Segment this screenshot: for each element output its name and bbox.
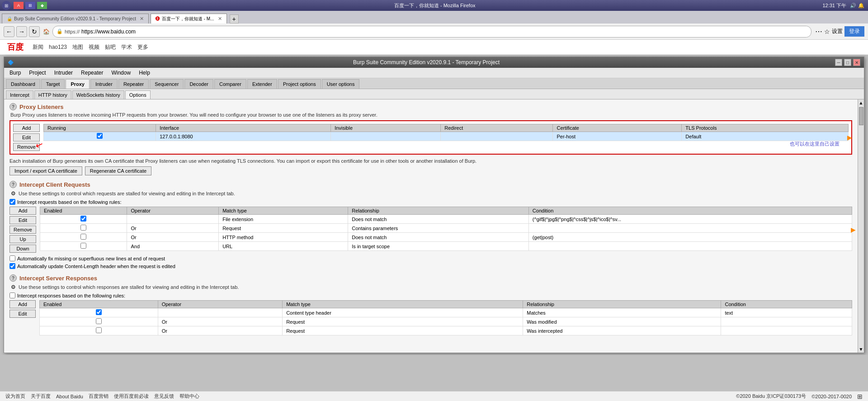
tab-dashboard[interactable]: Dashboard — [6, 79, 40, 89]
main-content: ? Proxy Listeners Burp Proxy uses listen… — [4, 99, 858, 353]
tab-sequencer[interactable]: Sequencer — [150, 79, 184, 89]
server-add-button[interactable]: Add — [9, 300, 36, 308]
scrollbar[interactable]: ▲ ▼ — [858, 99, 864, 353]
server-edit-button[interactable]: Edit — [9, 310, 36, 318]
help-icon-intercept[interactable]: ? — [9, 181, 17, 188]
rule1-checkbox[interactable] — [80, 216, 86, 222]
table-row[interactable]: Content type header Matches text — [40, 308, 852, 317]
srv-rule3-checkbox[interactable] — [96, 327, 102, 333]
tab-decoder[interactable]: Decoder — [184, 79, 213, 89]
home-button[interactable]: 🏠 — [42, 27, 51, 36]
baidu-login-btn[interactable]: 登录 — [844, 26, 864, 37]
tab-user-options[interactable]: User options — [322, 79, 360, 89]
table-row[interactable]: And URL Is in target scope — [40, 242, 852, 251]
taskbar-icon2[interactable]: ⊞ — [25, 2, 35, 9]
reload-button[interactable]: ↻ — [29, 26, 40, 37]
cell-relationship: Does not match — [348, 233, 529, 242]
subtab-websockets[interactable]: WebSockets history — [72, 90, 124, 99]
taskbar-icon1[interactable]: A — [14, 2, 24, 9]
import-export-ca-button[interactable]: Import / export CA certificate — [9, 166, 82, 175]
srv-rule2-checkbox[interactable] — [96, 318, 102, 324]
close-button[interactable]: ✕ — [853, 59, 860, 66]
running-checkbox[interactable] — [97, 133, 103, 139]
table-row[interactable]: File extension Does not match (^gif$|^jp… — [40, 215, 852, 224]
taskbar-icon3[interactable]: ◆ — [37, 2, 47, 9]
nav-academic[interactable]: 学术 — [121, 43, 132, 51]
nav-map[interactable]: 地图 — [72, 43, 83, 51]
srv-rule1-checkbox[interactable] — [96, 309, 102, 315]
maximize-button[interactable]: □ — [844, 59, 851, 66]
subtab-intercept[interactable]: Intercept — [6, 90, 33, 99]
menu-project[interactable]: Project — [25, 69, 49, 77]
gear-icon-server[interactable]: ⚙ — [9, 283, 17, 291]
help-icon-proxy[interactable]: ? — [9, 103, 17, 110]
url-input[interactable] — [81, 26, 807, 37]
auto-fix-row: Automatically fix missing or superfluous… — [9, 255, 852, 261]
settings-label[interactable]: 设置 — [832, 28, 843, 35]
tab-repeater[interactable]: Repeater — [118, 79, 149, 89]
browser-tab-baidu[interactable]: 🅑 百度一下，你就知道 - M... ✕ — [151, 14, 227, 24]
menu-repeater[interactable]: Repeater — [77, 69, 107, 77]
cell-op: Or — [158, 317, 283, 326]
menu-intruder[interactable]: Intruder — [51, 69, 76, 77]
intercept-remove-button[interactable]: Remove — [9, 226, 36, 234]
login-button[interactable]: 登录 — [844, 26, 864, 37]
intercept-up-button[interactable]: Up — [9, 235, 36, 243]
table-row[interactable]: Or HTTP method Does not match (get|post) — [40, 233, 852, 242]
intercept-add-button[interactable]: Add — [9, 207, 36, 215]
nav-more[interactable]: 更多 — [137, 43, 148, 51]
back-button[interactable]: ← — [4, 26, 14, 37]
menu-burp[interactable]: Burp — [6, 69, 24, 77]
browser-tab-burp[interactable]: 🔒 Burp Suite Community Edition v2020.9.1… — [2, 14, 149, 24]
listeners-edit-button[interactable]: Edit — [13, 133, 40, 142]
menu-help[interactable]: Help — [135, 69, 154, 77]
table-row[interactable]: Or Request Contains parameters — [40, 224, 852, 233]
forward-button[interactable]: → — [16, 26, 27, 37]
nav-hao123[interactable]: hao123 — [49, 44, 67, 50]
table-row[interactable]: 127.0.0.1:8080 Per-host Default — [43, 132, 848, 141]
listeners-add-button[interactable]: Add — [13, 124, 40, 132]
extensions-icon[interactable]: ⋯ — [815, 27, 822, 36]
scroll-up-arrow[interactable]: ▲ — [859, 100, 863, 105]
cell-operator — [127, 215, 219, 224]
menu-window[interactable]: Window — [108, 69, 134, 77]
auto-fix-checkbox[interactable] — [9, 255, 15, 261]
tab-comparer[interactable]: Comparer — [214, 79, 246, 89]
nav-video[interactable]: 视频 — [89, 43, 99, 51]
scroll-thumb[interactable] — [859, 107, 863, 125]
scroll-down-arrow[interactable]: ▼ — [859, 347, 863, 352]
table-row[interactable]: Or Request Was intercepted — [40, 326, 852, 335]
tab-project-options[interactable]: Project options — [278, 79, 321, 89]
intercept-edit-button[interactable]: Edit — [9, 216, 36, 224]
help-icon-server[interactable]: ? — [9, 274, 17, 282]
browser-toolbar: ← → ↻ 🏠 🔒 https:// ⋯ ☆ 设置 登录 — [0, 24, 868, 40]
tab-proxy[interactable]: Proxy — [66, 79, 90, 89]
notification-icon: 🔔 — [858, 3, 864, 9]
intercept-down-button[interactable]: Down — [9, 245, 36, 253]
rule4-checkbox[interactable] — [80, 243, 86, 249]
tab-extender[interactable]: Extender — [247, 79, 277, 89]
bookmark-icon[interactable]: ☆ — [824, 28, 830, 35]
baidu-nav: 百度 新闻 hao123 地图 视频 贴吧 学术 更多 — [0, 40, 868, 55]
tab-intruder[interactable]: Intruder — [90, 79, 118, 89]
intercept-responses-checkbox[interactable] — [9, 292, 15, 298]
cell-condition — [528, 242, 852, 251]
orange-arrow-intercept: ▶ — [851, 226, 856, 233]
tab-target[interactable]: Target — [41, 79, 65, 89]
intercept-requests-checkbox[interactable] — [9, 199, 15, 205]
table-row[interactable]: Or Request Was modified — [40, 317, 852, 326]
minimize-button[interactable]: ─ — [835, 59, 842, 66]
nav-tieba[interactable]: 贴吧 — [105, 43, 116, 51]
cell-relationship: Is in target scope — [348, 242, 529, 251]
rule2-checkbox[interactable] — [80, 225, 86, 231]
new-tab-button[interactable]: + — [230, 14, 239, 24]
subtab-http-history[interactable]: HTTP history — [34, 90, 71, 99]
gear-icon-intercept[interactable]: ⚙ — [9, 190, 17, 197]
listeners-area: Add Edit Remove Running Interface Invisi… — [13, 124, 849, 151]
nav-news[interactable]: 新闻 — [33, 43, 43, 51]
subtab-options[interactable]: Options — [125, 90, 151, 99]
rule3-checkbox[interactable] — [80, 234, 86, 240]
auto-update-checkbox[interactable] — [9, 263, 15, 269]
burp-window: 🔷 Burp Suite Community Edition v2020.9.1… — [4, 57, 864, 353]
regenerate-ca-button[interactable]: Regenerate CA certificate — [85, 166, 151, 175]
